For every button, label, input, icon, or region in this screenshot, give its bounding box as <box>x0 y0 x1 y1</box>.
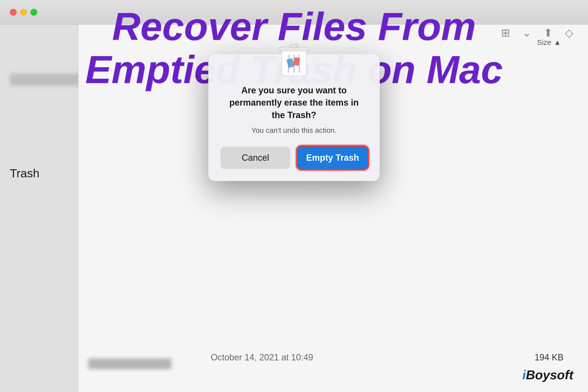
dialog-buttons: Cancel Empty Trash <box>208 147 380 169</box>
trash-icon-container <box>278 39 310 80</box>
dialog-title-text: Are you sure you want to permanently era… <box>208 84 380 121</box>
empty-trash-button[interactable]: Empty Trash <box>298 147 368 169</box>
cancel-button[interactable]: Cancel <box>220 147 290 169</box>
iboysoft-watermark: iBoysoft <box>522 368 573 382</box>
watermark-prefix: i <box>522 368 526 382</box>
dialog-subtitle-text: You can't undo this action. <box>251 126 337 134</box>
dialog-backdrop: Are you sure you want to permanently era… <box>0 0 588 392</box>
svg-rect-2 <box>290 44 298 48</box>
empty-trash-dialog: Are you sure you want to permanently era… <box>208 54 380 181</box>
trash-icon <box>278 39 310 78</box>
watermark-suffix: Boysoft <box>526 368 573 382</box>
